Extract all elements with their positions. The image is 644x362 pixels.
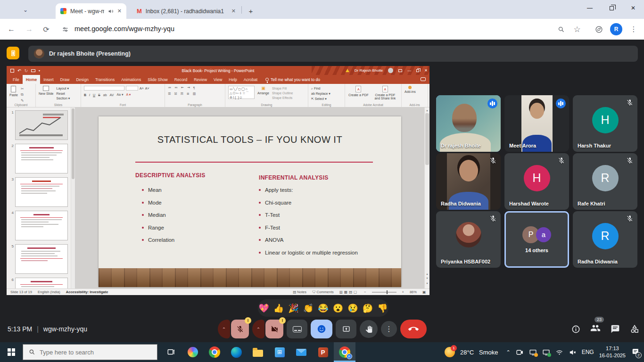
weather-condition[interactable]: Smoke bbox=[479, 349, 498, 356]
participant-tile-dr-rajesh[interactable]: Dr rajesh Bhoite bbox=[436, 95, 501, 152]
people-panel-button[interactable]: 23 bbox=[590, 323, 601, 335]
browser-profile-avatar[interactable]: R bbox=[610, 23, 622, 35]
mic-options-chevron[interactable]: ⌃ bbox=[218, 320, 230, 338]
taskbar-chrome-active[interactable]: R bbox=[334, 342, 355, 362]
fit-slide-icon: ▣ bbox=[422, 290, 426, 294]
ppt-account-name: Dr Rajesh Bhoite bbox=[355, 68, 383, 73]
more-options-button[interactable]: ⋮ bbox=[381, 321, 397, 337]
browser-menu-icon[interactable]: ⋮ bbox=[628, 24, 639, 35]
display-status-icon[interactable] bbox=[529, 348, 537, 356]
slide-right-heading: INFERENTIAL ANALYSIS bbox=[259, 174, 329, 181]
participant-tile-meet-arora[interactable]: Meet Arora bbox=[504, 95, 569, 152]
reaction-thumbs-up[interactable]: 👍 bbox=[273, 303, 284, 313]
search-icon bbox=[29, 349, 35, 355]
taskbar-file-explorer[interactable] bbox=[247, 342, 269, 362]
meeting-details-icon[interactable] bbox=[571, 325, 580, 334]
reaction-laugh[interactable]: 😂 bbox=[318, 303, 328, 313]
wifi-icon[interactable] bbox=[555, 348, 563, 356]
slide-thumbnail-1 bbox=[15, 110, 68, 140]
taskbar-powerpoint[interactable]: P bbox=[312, 342, 334, 362]
back-icon[interactable]: ← bbox=[6, 24, 17, 35]
reaction-cry[interactable]: 😢 bbox=[347, 303, 358, 313]
site-settings-icon[interactable] bbox=[59, 24, 71, 35]
weather-icon[interactable]: 1 bbox=[445, 347, 455, 357]
system-tray: 1 28°C Smoke ⌃ ENG 17:13 16-01-2025 2 bbox=[445, 345, 644, 359]
window-minimize-button[interactable]: — bbox=[579, 0, 601, 16]
search-input[interactable] bbox=[40, 349, 143, 356]
windows-logo-icon bbox=[8, 348, 15, 356]
camera-off-button[interactable]: ! bbox=[265, 320, 283, 338]
cast-status-icon[interactable] bbox=[542, 348, 550, 356]
tab-close-icon[interactable]: ✕ bbox=[231, 8, 236, 14]
ppt-shapes-gallery: ▭╲╱◻◯⌂△⎔⇦⇩☆⌒✣⌇{ }✩ bbox=[228, 86, 255, 99]
volume-muted-icon[interactable] bbox=[569, 348, 577, 356]
meet-side-panel-button[interactable] bbox=[7, 47, 19, 59]
address-bar[interactable]: meet.google.com/wgw-mzhy-yqu bbox=[74, 25, 174, 33]
camera-options-chevron[interactable]: ⌃ bbox=[252, 320, 264, 338]
mic-muted-button[interactable]: ! bbox=[231, 320, 249, 338]
chat-panel-icon[interactable] bbox=[611, 324, 620, 334]
taskbar-chrome[interactable] bbox=[204, 342, 225, 362]
status-dot-green bbox=[547, 353, 551, 357]
participant-grid: Dr rajesh Bhoite Meet Arora H Harsh Thak… bbox=[436, 95, 637, 268]
end-call-button[interactable] bbox=[400, 320, 427, 338]
reload-icon[interactable]: ⟳ bbox=[41, 24, 52, 35]
tab-audio-icon[interactable] bbox=[108, 8, 114, 14]
reaction-clap[interactable]: 👏 bbox=[303, 303, 314, 313]
reactions-toggle-button[interactable] bbox=[311, 320, 332, 338]
taskbar-store[interactable]: ⊞ bbox=[269, 342, 290, 362]
slide-thumbnail-2 bbox=[15, 144, 68, 173]
language-indicator[interactable]: ENG bbox=[582, 349, 594, 355]
start-button[interactable] bbox=[0, 342, 23, 362]
ppt-tab-view: View bbox=[210, 75, 225, 84]
thumb-number: 2 bbox=[8, 144, 14, 173]
participant-tile-rafe-khatri[interactable]: R Rafe Khatri bbox=[573, 153, 637, 210]
taskbar-clock[interactable]: 17:13 16-01-2025 bbox=[599, 345, 626, 359]
participant-tile-priyanka[interactable]: Priyanka HSBAF002 bbox=[436, 211, 501, 268]
ppt-status-bar: Slide 13 of 19 English (India) Accessibi… bbox=[7, 288, 429, 295]
tray-expand-chevron[interactable]: ⌃ bbox=[506, 349, 510, 355]
weather-temp[interactable]: 28°C bbox=[460, 349, 474, 356]
participant-name: Harshad Warote bbox=[509, 201, 549, 206]
reaction-thumbs-down[interactable]: 👎 bbox=[377, 303, 388, 313]
raise-hand-button[interactable] bbox=[360, 320, 378, 338]
tab-meet[interactable]: Meet - wgw-mzhy-yqu ✕ bbox=[56, 3, 126, 19]
presenter-banner[interactable]: Dr rajesh Bhoite (Presenting) bbox=[28, 46, 638, 62]
forward-icon[interactable]: → bbox=[24, 24, 35, 35]
zoom-icon[interactable] bbox=[555, 24, 567, 35]
taskbar-mail[interactable] bbox=[290, 342, 312, 362]
taskbar-edge[interactable] bbox=[225, 342, 247, 362]
status-dot-orange bbox=[534, 353, 538, 357]
tab-list-chevron-icon[interactable]: ⌄ bbox=[20, 4, 31, 16]
participant-tile-harsh-thakur[interactable]: H Harsh Thakur bbox=[573, 95, 637, 152]
meeting-panels: 23 bbox=[571, 317, 639, 341]
window-close-button[interactable]: ✕ bbox=[622, 0, 644, 16]
reaction-thinking[interactable]: 🤔 bbox=[363, 303, 373, 313]
bookmark-star-icon[interactable]: ☆ bbox=[571, 24, 583, 35]
participant-tile-others[interactable]: P a 14 others bbox=[504, 211, 569, 268]
activities-icon[interactable] bbox=[630, 324, 639, 334]
action-center-button[interactable]: 2 bbox=[631, 348, 639, 356]
gmail-favicon: M bbox=[137, 8, 142, 14]
energy-saver-leaf-icon[interactable] bbox=[593, 24, 604, 35]
meet-now-icon[interactable] bbox=[516, 348, 524, 356]
captions-button[interactable] bbox=[287, 320, 307, 338]
taskbar-search[interactable] bbox=[23, 344, 157, 360]
shared-screen-presentation[interactable]: ↶ ↻ ▾ Black Book- Project Writing - Powe… bbox=[7, 66, 429, 295]
tab-close-icon[interactable]: ✕ bbox=[117, 8, 122, 14]
tab-gmail[interactable]: M Inbox (2,681) - radhadidwania1 ✕ bbox=[132, 3, 240, 19]
task-view-button[interactable] bbox=[160, 342, 182, 362]
taskbar-copilot[interactable] bbox=[182, 342, 204, 362]
reaction-surprise[interactable]: 😮 bbox=[333, 303, 343, 313]
ppt-save-icon bbox=[10, 69, 14, 73]
reaction-heart[interactable]: 💖 bbox=[258, 303, 269, 313]
participant-tile-radha-didwania[interactable]: R Radha Didwania bbox=[573, 211, 637, 268]
tray-date: 16-01-2025 bbox=[599, 352, 626, 359]
participant-tile-radha-didwania-video[interactable]: Radha Didwania bbox=[436, 153, 501, 210]
reaction-party[interactable]: 🎉 bbox=[288, 303, 298, 313]
participant-tile-harshad-warote[interactable]: H Harshad Warote bbox=[504, 153, 569, 210]
new-tab-button[interactable]: + bbox=[245, 5, 256, 16]
present-button[interactable] bbox=[336, 320, 356, 338]
window-restore-button[interactable] bbox=[601, 0, 622, 16]
copilot-icon bbox=[188, 347, 198, 357]
